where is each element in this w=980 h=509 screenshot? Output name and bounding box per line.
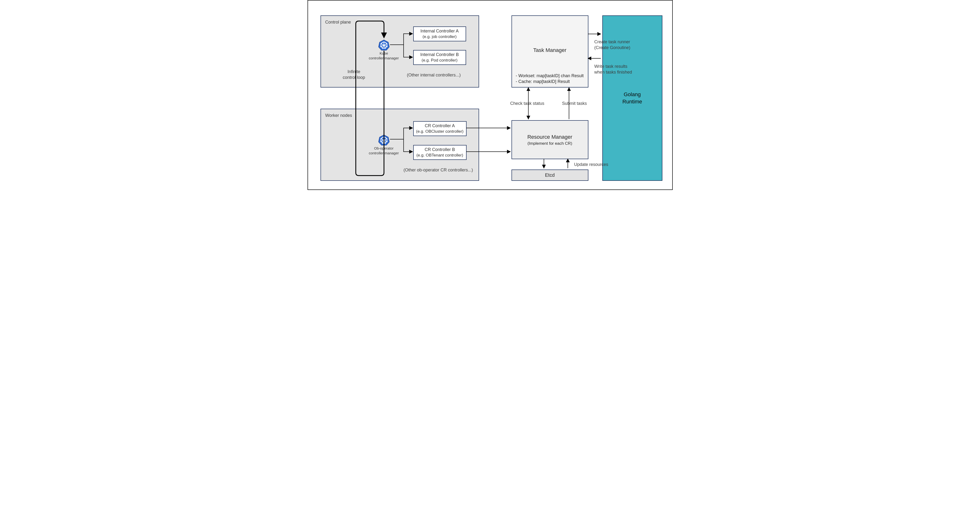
worker-nodes-label: Worker nodes (325, 113, 352, 118)
write-task-results-l2: when tasks finished (594, 70, 632, 75)
create-task-runner-label: Create task runner (Create Goroutine) (594, 39, 630, 51)
resource-manager-title: Resource Manager (512, 134, 588, 140)
golang-runtime-l1: Golang (624, 91, 641, 97)
ob-operator-label: Ob-operator controller manager (366, 146, 402, 155)
infinite-loop-l2: control loop (343, 75, 365, 80)
internal-controller-b-sub: (e.g. Pod controller) (422, 58, 457, 63)
internal-controller-b: Internal Controller B (e.g. Pod controll… (413, 50, 466, 65)
check-task-status-label: Check task status (510, 101, 544, 106)
cr-controller-b-title: CR Controller B (425, 147, 455, 152)
cr-controller-b-sub: (e.g. OBTenant controller) (416, 153, 463, 158)
kube-manager-label: Kube controller manager (366, 51, 402, 61)
update-resources-label: Update resources (574, 162, 608, 167)
create-task-runner-l2: (Create Goroutine) (594, 45, 630, 50)
internal-controller-a: Internal Controller A (e.g. job controll… (413, 26, 466, 41)
resource-manager: Resource Manager (Implement for each CR) (512, 120, 589, 159)
infinite-loop-l1: Infinite (348, 69, 360, 74)
cr-controller-a-title: CR Controller A (425, 123, 455, 129)
resource-manager-sub: (Implement for each CR) (512, 141, 588, 146)
task-manager-line2: - Cache: map[taskID] Result (516, 79, 570, 84)
create-task-runner-l1: Create task runner (594, 40, 630, 44)
cr-controller-a-sub: (e.g. OBCluster controller) (416, 129, 463, 134)
diagram-canvas: Control plane Worker nodes Kube controll… (307, 0, 673, 190)
ob-operator-label-l2: controller manager (369, 151, 399, 155)
svg-point-9 (383, 45, 384, 46)
internal-controller-a-title: Internal Controller A (420, 28, 459, 34)
kube-manager-label-l1: Kube (380, 51, 388, 55)
etcd: Etcd (512, 169, 589, 181)
kubernetes-icon (379, 40, 390, 51)
internal-controller-a-sub: (e.g. job controller) (423, 34, 457, 40)
internal-controller-b-title: Internal Controller B (420, 52, 459, 57)
other-cr-controllers-note: (Other ob-operator CR controllers...) (404, 168, 473, 172)
ob-operator-icon (379, 134, 390, 145)
golang-runtime-l2: Runtime (622, 99, 642, 105)
control-plane-label: Control plane (325, 20, 351, 25)
kube-manager-label-l2: controller manager (369, 56, 399, 60)
infinite-loop-label: Infinite control loop (343, 69, 365, 81)
submit-tasks-label: Submit tasks (562, 101, 587, 106)
ob-operator-label-l1: Ob-operator (374, 146, 393, 150)
cr-controller-a: CR Controller A (e.g. OBCluster controll… (413, 121, 466, 136)
cr-controller-b: CR Controller B (e.g. OBTenant controlle… (413, 145, 466, 160)
task-manager: Task Manager - Workset: map[taskID] chan… (512, 15, 589, 88)
task-manager-title: Task Manager (512, 47, 588, 53)
etcd-label: Etcd (545, 172, 555, 178)
write-task-results-label: Write task results when tasks finished (594, 64, 632, 75)
svg-point-19 (383, 139, 384, 141)
other-internal-controllers-note: (Other internal controllers...) (407, 73, 461, 78)
task-manager-line1: - Workset: map[taskID] chan Result (516, 73, 584, 78)
write-task-results-l1: Write task results (594, 64, 628, 69)
